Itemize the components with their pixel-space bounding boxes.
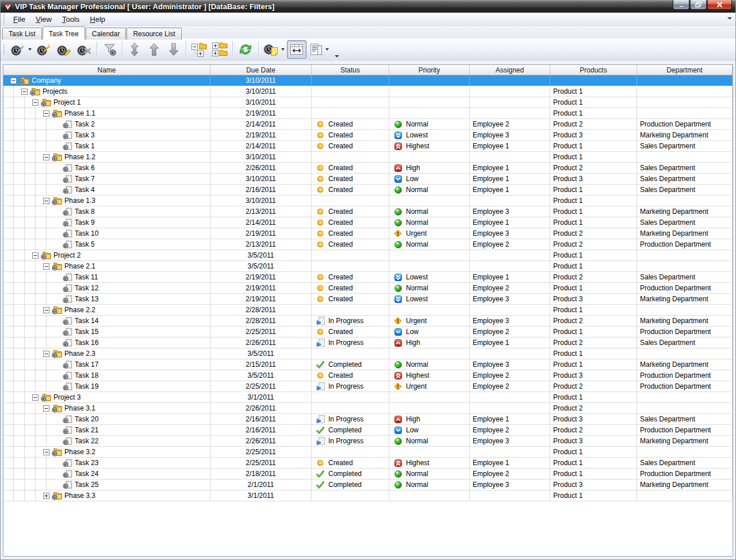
collapse-node-icon[interactable] <box>43 154 49 160</box>
collapse-node-icon[interactable] <box>43 449 49 455</box>
tab-task-tree[interactable]: Task Tree <box>43 26 85 40</box>
collapse-node-icon[interactable] <box>32 99 39 106</box>
table-row[interactable]: Task 132/19/2011CreatedLowestEmployee 3P… <box>3 294 733 305</box>
table-row[interactable]: Phase 1.23/10/2011Product 1 <box>3 152 733 163</box>
table-row[interactable]: Task 32/19/2011CreatedLowestEmployee 3Pr… <box>3 130 733 141</box>
cell-department: Marketing Department <box>637 436 733 446</box>
menu-item-help[interactable]: Help <box>85 13 110 25</box>
table-row[interactable]: Phase 2.33/5/2011Product 1 <box>3 348 733 359</box>
tab-resource-list[interactable]: Resource List <box>126 28 181 40</box>
move-up-button[interactable] <box>144 40 164 59</box>
table-row[interactable]: Task 52/13/2011CreatedNormalEmployee 2Pr… <box>3 239 733 250</box>
minimize-button[interactable] <box>673 0 689 10</box>
table-row[interactable]: Phase 3.33/1/2011Product 1 <box>3 490 733 501</box>
cell-text: 2/25/2011 <box>246 382 276 390</box>
move-down-button[interactable] <box>164 40 183 59</box>
table-row[interactable]: Task 12/14/2011CreatedHighestEmployee 1P… <box>3 141 733 152</box>
menubar-overflow-icon[interactable] <box>727 17 732 20</box>
expand-all-button[interactable] <box>209 40 230 59</box>
table-row[interactable]: Task 212/16/2011CompletedLowEmployee 2Pr… <box>3 425 733 436</box>
node-label: Task 3 <box>75 131 95 139</box>
task-clock-icon <box>63 273 72 282</box>
table-row[interactable]: Phase 2.22/28/2011Product 1 <box>3 305 733 316</box>
table-row[interactable]: Task 252/1/2011CompletedNormalEmployee 3… <box>3 480 733 490</box>
close-button[interactable] <box>707 0 732 10</box>
table-row[interactable]: Task 152/25/2011CreatedLowEmployee 2Prod… <box>3 327 733 337</box>
collapse-node-icon[interactable] <box>43 351 49 357</box>
table-row[interactable]: Task 172/15/2011CompletedNormalEmployee … <box>3 359 733 370</box>
collapse-node-icon[interactable] <box>32 252 39 259</box>
refresh-button[interactable] <box>235 40 256 59</box>
table-row[interactable]: Task 232/25/2011CreatedHighestEmployee 1… <box>3 458 733 469</box>
column-header-priority[interactable]: Priority <box>389 65 470 75</box>
collapse-node-icon[interactable] <box>43 198 49 204</box>
created-icon <box>316 186 325 194</box>
table-row[interactable]: Task 192/25/2011In ProgressUrgentEmploye… <box>3 381 733 392</box>
table-row[interactable]: Phase 3.12/26/2011Product 2 <box>3 403 733 414</box>
column-header-name[interactable]: Name <box>3 65 210 75</box>
table-row[interactable]: Projects3/10/2011Product 1 <box>3 86 733 97</box>
column-header-department[interactable]: Department <box>637 65 733 75</box>
table-row[interactable]: Task 73/10/2011CreatedLowEmployee 1Produ… <box>3 174 733 185</box>
table-row[interactable]: Task 183/5/2011CreatedHighestEmployee 2P… <box>3 370 733 381</box>
collapse-all-button[interactable] <box>189 40 209 59</box>
restore-button[interactable] <box>690 0 707 10</box>
tab-task-list[interactable]: Task List <box>2 28 42 40</box>
toolbar-overflow-icon[interactable] <box>335 55 339 57</box>
collapse-node-icon[interactable] <box>10 78 17 84</box>
menu-item-view[interactable]: View <box>30 13 57 25</box>
menu-item-tools[interactable]: Tools <box>57 13 85 25</box>
collapse-node-icon[interactable] <box>21 89 28 95</box>
toolbar-separator <box>258 41 259 57</box>
table-row[interactable]: Task 242/18/2011CompletedNormalEmployee … <box>3 469 733 480</box>
cell-products: Product 2 <box>550 316 637 326</box>
table-row[interactable]: Task 92/14/2011CreatedNormalEmployee 1Pr… <box>3 217 733 228</box>
chevron-down-icon[interactable] <box>28 48 32 51</box>
collapse-node-icon[interactable] <box>32 394 39 401</box>
table-row[interactable]: Project 23/5/2011Product 1 <box>3 250 733 261</box>
column-header-status[interactable]: Status <box>312 65 389 75</box>
chevron-down-icon[interactable] <box>281 48 285 51</box>
cell-department <box>637 250 733 260</box>
chevron-down-icon[interactable] <box>325 48 329 51</box>
table-row[interactable]: Task 122/19/2011CreatedNormalEmployee 2P… <box>3 283 733 294</box>
cell-text: Employee 3 <box>473 295 509 303</box>
expand-node-icon[interactable] <box>43 493 49 499</box>
duplicate-task-button[interactable] <box>261 40 287 59</box>
customize-columns-button[interactable] <box>306 40 331 59</box>
table-row[interactable]: Task 142/28/2011In ProgressUrgentEmploye… <box>3 316 733 327</box>
move-up-down-button[interactable] <box>125 40 144 59</box>
table-row[interactable]: Task 162/26/2011In ProgressHighEmployee … <box>3 337 733 348</box>
delete-task-button[interactable] <box>74 40 94 59</box>
column-header-products[interactable]: Products <box>550 65 637 75</box>
collapse-node-icon[interactable] <box>43 110 49 117</box>
table-row[interactable]: Phase 2.13/5/2011Product 1 <box>3 261 733 272</box>
table-row[interactable]: Phase 1.12/19/2011Product 1 <box>3 108 733 119</box>
table-row[interactable]: Task 22/14/2011CreatedNormalEmployee 2Pr… <box>3 119 733 130</box>
table-row[interactable]: Task 202/16/2011In ProgressHighEmployee … <box>3 414 733 425</box>
add-task-button[interactable] <box>34 40 54 59</box>
table-row[interactable]: Task 62/26/2011CreatedHighEmployee 1Prod… <box>3 163 733 174</box>
table-row[interactable]: Project 13/10/2011Product 1 <box>3 97 733 108</box>
table-row[interactable]: Phase 3.22/25/2011Product 1 <box>3 447 733 458</box>
task-clock-icon <box>63 328 72 336</box>
column-header-assigned[interactable]: Assigned <box>470 65 550 75</box>
collapse-node-icon[interactable] <box>43 307 49 313</box>
fit-columns-button[interactable] <box>287 40 306 59</box>
collapse-node-icon[interactable] <box>43 263 49 270</box>
table-row[interactable]: Phase 1.33/10/2011Product 1 <box>3 195 733 206</box>
column-header-due[interactable]: Due Date <box>210 65 312 75</box>
table-row[interactable]: Task 82/13/2011CreatedNormalEmployee 3Pr… <box>3 206 733 217</box>
edit-task-button[interactable] <box>54 40 74 59</box>
table-row[interactable]: Task 102/19/2011CreatedUrgentEmployee 3P… <box>3 228 733 239</box>
table-row[interactable]: Task 222/26/2011In ProgressNormalEmploye… <box>3 436 733 447</box>
table-row[interactable]: Task 42/16/2011CreatedNormalEmployee 1Pr… <box>3 185 733 195</box>
menu-item-file[interactable]: File <box>8 13 30 25</box>
table-row[interactable]: Project 33/1/2011Product 1 <box>3 392 733 403</box>
collapse-node-icon[interactable] <box>43 405 49 412</box>
tab-calendar[interactable]: Calendar <box>86 28 126 40</box>
new-task-button[interactable] <box>8 40 34 59</box>
filter-button[interactable] <box>99 40 120 59</box>
table-row[interactable]: Task 112/19/2011CreatedLowestEmployee 1P… <box>3 272 733 283</box>
table-row[interactable]: Company3/10/2011 <box>3 75 733 86</box>
